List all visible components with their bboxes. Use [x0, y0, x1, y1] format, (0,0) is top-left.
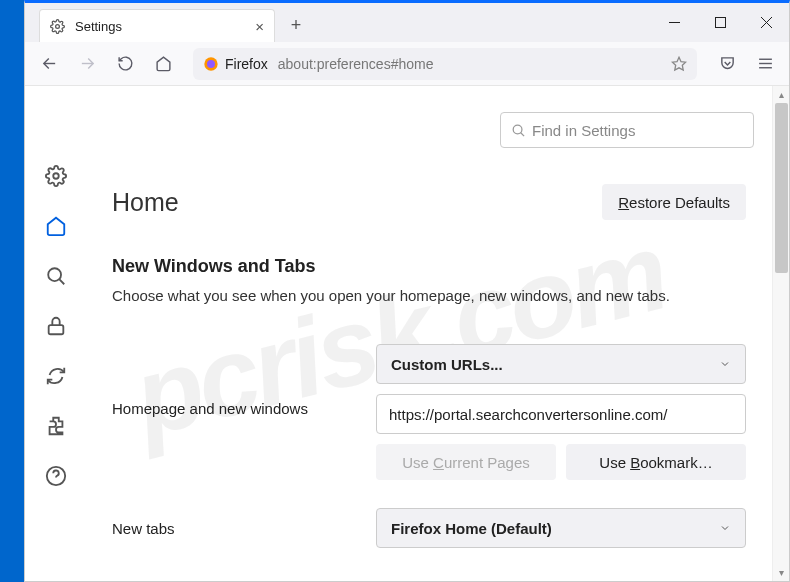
vertical-scrollbar[interactable]: ▴ ▾	[772, 86, 789, 581]
svg-marker-9	[672, 57, 685, 70]
main: pcrisk.com Find in Settings Home Restore…	[25, 86, 772, 581]
svg-rect-16	[48, 325, 63, 334]
browser-window: Settings × + Firefox about:preferences#h…	[24, 0, 790, 582]
identity-label: Firefox	[225, 56, 268, 72]
home-button[interactable]	[147, 48, 179, 80]
sidebar-item-privacy[interactable]	[44, 314, 68, 338]
search-placeholder: Find in Settings	[532, 122, 635, 139]
firefox-icon	[203, 56, 219, 72]
bookmark-star-icon[interactable]	[671, 56, 687, 72]
homepage-mode-select[interactable]: Custom URLs...	[376, 344, 746, 384]
maximize-button[interactable]	[697, 3, 743, 42]
page-title: Home	[112, 188, 179, 217]
minimize-button[interactable]	[651, 3, 697, 42]
settings-page: Find in Settings Home Restore Defaults N…	[86, 86, 772, 581]
page-header: Home Restore Defaults	[112, 184, 746, 220]
close-tab-icon[interactable]: ×	[255, 19, 264, 34]
svg-point-0	[56, 24, 60, 28]
sidebar-item-home[interactable]	[44, 214, 68, 238]
url-text: about:preferences#home	[278, 56, 434, 72]
select-value: Custom URLs...	[391, 356, 503, 373]
scroll-up-arrow[interactable]: ▴	[773, 86, 789, 103]
pocket-button[interactable]	[711, 48, 743, 80]
homepage-row: Homepage and new windows Custom URLs... …	[112, 344, 746, 480]
url-bar[interactable]: Firefox about:preferences#home	[193, 48, 697, 80]
svg-line-15	[59, 279, 64, 284]
use-bookmark-button[interactable]: Use Bookmark…	[566, 444, 746, 480]
window-controls	[651, 3, 789, 42]
browser-tab[interactable]: Settings ×	[39, 9, 275, 42]
use-current-pages-button[interactable]: Use Current Pages	[376, 444, 556, 480]
new-tab-button[interactable]: +	[281, 9, 311, 42]
homepage-label: Homepage and new windows	[112, 344, 356, 417]
newtabs-row: New tabs Firefox Home (Default)	[112, 508, 746, 548]
newtabs-select[interactable]: Firefox Home (Default)	[376, 508, 746, 548]
back-button[interactable]	[33, 48, 65, 80]
select-value: Firefox Home (Default)	[391, 520, 552, 537]
svg-point-13	[53, 173, 59, 179]
content-area: pcrisk.com Find in Settings Home Restore…	[25, 86, 789, 581]
settings-sidebar	[25, 86, 86, 581]
svg-point-8	[207, 60, 215, 68]
svg-point-14	[48, 268, 61, 281]
svg-line-20	[521, 132, 524, 135]
search-icon	[511, 123, 526, 138]
sidebar-item-search[interactable]	[44, 264, 68, 288]
homepage-url-input[interactable]	[376, 394, 746, 434]
homepage-button-row: Use Current Pages Use Bookmark…	[376, 444, 746, 480]
chevron-down-icon	[719, 358, 731, 370]
scroll-thumb[interactable]	[775, 103, 788, 273]
svg-point-19	[513, 125, 522, 134]
find-in-settings[interactable]: Find in Settings	[500, 112, 754, 148]
sidebar-item-sync[interactable]	[44, 364, 68, 388]
identity-box: Firefox	[203, 56, 268, 72]
tab-title: Settings	[75, 19, 122, 34]
section-heading: New Windows and Tabs	[112, 256, 746, 277]
sidebar-item-general[interactable]	[44, 164, 68, 188]
titlebar: Settings × +	[25, 3, 789, 42]
svg-rect-2	[715, 18, 725, 28]
newtabs-label: New tabs	[112, 520, 356, 537]
reload-button[interactable]	[109, 48, 141, 80]
chevron-down-icon	[719, 522, 731, 534]
sidebar-item-help[interactable]	[44, 464, 68, 488]
section-description: Choose what you see when you open your h…	[112, 287, 746, 304]
forward-button[interactable]	[71, 48, 103, 80]
scroll-down-arrow[interactable]: ▾	[773, 564, 789, 581]
close-window-button[interactable]	[743, 3, 789, 42]
sidebar-item-extensions[interactable]	[44, 414, 68, 438]
tab-bar: Settings × +	[25, 3, 651, 42]
toolbar: Firefox about:preferences#home	[25, 42, 789, 86]
restore-defaults-button[interactable]: Restore Defaults	[602, 184, 746, 220]
gear-icon	[50, 19, 65, 34]
menu-button[interactable]	[749, 48, 781, 80]
